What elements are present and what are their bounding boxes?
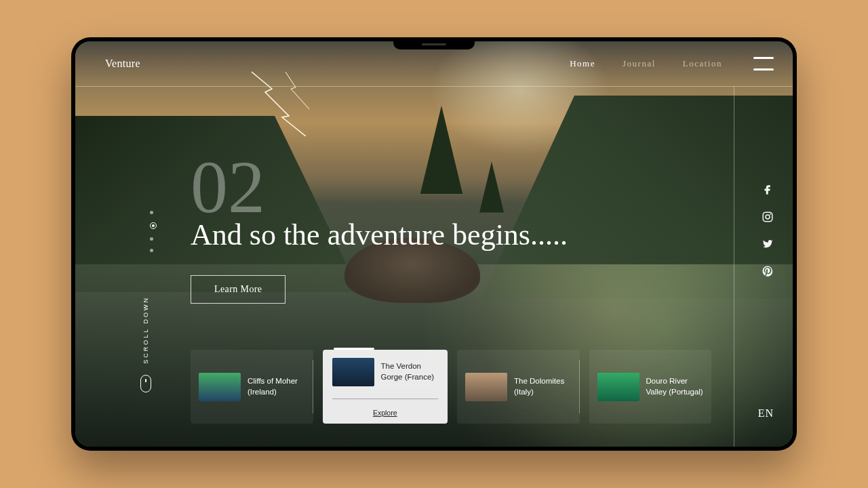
scroll-hint[interactable]: SCROLL DOWN xyxy=(140,296,151,392)
hamburger-menu-icon[interactable] xyxy=(753,57,774,70)
nav-journal[interactable]: Journal xyxy=(623,58,656,69)
nav-home[interactable]: Home xyxy=(570,58,595,69)
destination-card[interactable]: Cliffs of Moher (Ireland) xyxy=(191,350,313,424)
instagram-icon[interactable] xyxy=(762,211,774,223)
card-separator xyxy=(332,399,439,399)
nav-location[interactable]: Location xyxy=(683,58,722,69)
slide-index: 02 xyxy=(191,150,711,224)
page-dot[interactable] xyxy=(150,249,153,252)
facebook-icon[interactable] xyxy=(762,184,774,196)
scroll-label: SCROLL DOWN xyxy=(142,296,149,364)
primary-nav: Home Journal Location xyxy=(570,58,722,69)
page-dot-active[interactable] xyxy=(150,222,157,229)
destination-card-active[interactable]: The Verdon Gorge (France) Explore xyxy=(323,350,448,424)
hero-section: 02 And so the adventure begins..... Lear… xyxy=(191,150,711,304)
page-indicator[interactable] xyxy=(150,211,157,252)
card-title: The Dolomites (Italy) xyxy=(514,376,572,397)
destination-cards: Cliffs of Moher (Ireland) The Verdon Gor… xyxy=(191,350,711,424)
social-rail xyxy=(762,184,774,277)
app-screen: Venture Home Journal Location 02 And so … xyxy=(75,41,793,447)
svg-point-1 xyxy=(766,215,770,219)
learn-more-button[interactable]: Learn More xyxy=(191,275,285,304)
destination-card[interactable]: The Dolomites (Italy) xyxy=(457,350,580,424)
card-title: The Verdon Gorge (France) xyxy=(381,361,439,382)
mouse-icon xyxy=(140,375,151,392)
card-thumbnail xyxy=(199,373,241,401)
device-frame: Venture Home Journal Location 02 And so … xyxy=(71,37,797,451)
destination-card[interactable]: Douro River Valley (Portugal) xyxy=(589,350,712,424)
device-notch xyxy=(393,37,475,49)
card-title: Cliffs of Moher (Ireland) xyxy=(248,376,305,397)
card-thumbnail xyxy=(332,358,374,386)
card-divider xyxy=(313,360,313,413)
brand-logo[interactable]: Venture xyxy=(105,58,140,70)
card-thumbnail xyxy=(465,373,507,401)
pinterest-icon[interactable] xyxy=(762,265,774,277)
page-dot[interactable] xyxy=(150,211,153,214)
explore-link[interactable]: Explore xyxy=(332,409,439,417)
card-thumbnail xyxy=(597,373,639,401)
divider-top xyxy=(75,86,793,87)
language-selector[interactable]: EN xyxy=(758,407,774,420)
hero-headline: And so the adventure begins..... xyxy=(191,216,570,253)
card-divider xyxy=(579,360,580,413)
twitter-icon[interactable] xyxy=(762,238,774,250)
page-dot[interactable] xyxy=(150,237,153,241)
card-title: Douro River Valley (Portugal) xyxy=(646,376,704,397)
svg-point-2 xyxy=(770,214,771,215)
divider-right xyxy=(734,86,734,447)
